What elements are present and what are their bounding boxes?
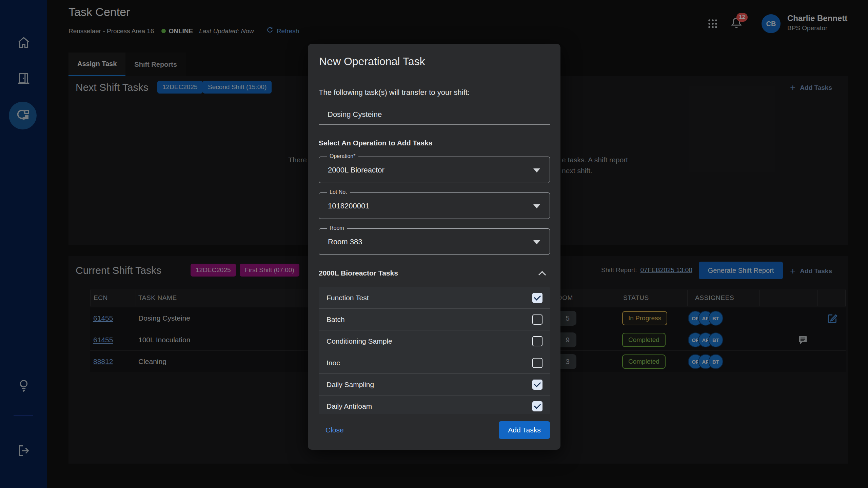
lot-no-select-value: 1018200001 [328, 193, 369, 219]
task-checkbox[interactable] [532, 380, 542, 390]
dropdown-caret-icon [533, 240, 540, 244]
task-checkbox[interactable] [532, 358, 542, 368]
tasks-section-title: 2000L Bioreactor Tasks [319, 269, 398, 277]
dropdown-caret-icon [533, 168, 540, 172]
room-select[interactable]: Room Room 383 [319, 228, 550, 255]
task-checklist: Function Test Batch Conditioning Sample … [319, 287, 550, 414]
close-button[interactable]: Close [326, 426, 344, 434]
app-root: Task Center Rensselaer - Process Area 16… [0, 0, 868, 488]
select-operation-label: Select An Operation to Add Tasks [319, 139, 432, 147]
task-checkbox[interactable] [532, 314, 542, 325]
new-operational-task-modal: New Operational Task The following task(… [308, 44, 560, 450]
collapse-chevron-icon[interactable] [538, 271, 546, 279]
modal-title: New Operational Task [319, 55, 425, 68]
room-select-value: Room 383 [328, 229, 362, 255]
task-list-item[interactable]: Daily Antifoam [319, 395, 550, 414]
task-list-item[interactable]: Daily Sampling [319, 374, 550, 395]
add-tasks-button[interactable]: Add Tasks [499, 421, 550, 439]
transfer-label: The following task(s) will transfer to y… [319, 88, 470, 97]
operation-select[interactable]: Operation* 2000L Bioreactor [319, 157, 550, 183]
task-checkbox[interactable] [532, 336, 542, 346]
task-checkbox[interactable] [532, 401, 542, 411]
dropdown-caret-icon [533, 204, 540, 208]
transfer-task-name: Dosing Cysteine [328, 110, 382, 119]
task-checkbox[interactable] [532, 293, 542, 303]
divider [319, 124, 550, 125]
task-list-item[interactable]: Inoc [319, 352, 550, 374]
lot-no-select[interactable]: Lot No. 1018200001 [319, 192, 550, 219]
task-list-item[interactable]: Conditioning Sample [319, 330, 550, 352]
operation-select-value: 2000L Bioreactor [328, 157, 384, 183]
task-list-item[interactable]: Function Test [319, 287, 550, 309]
task-list-item[interactable]: Batch [319, 309, 550, 330]
